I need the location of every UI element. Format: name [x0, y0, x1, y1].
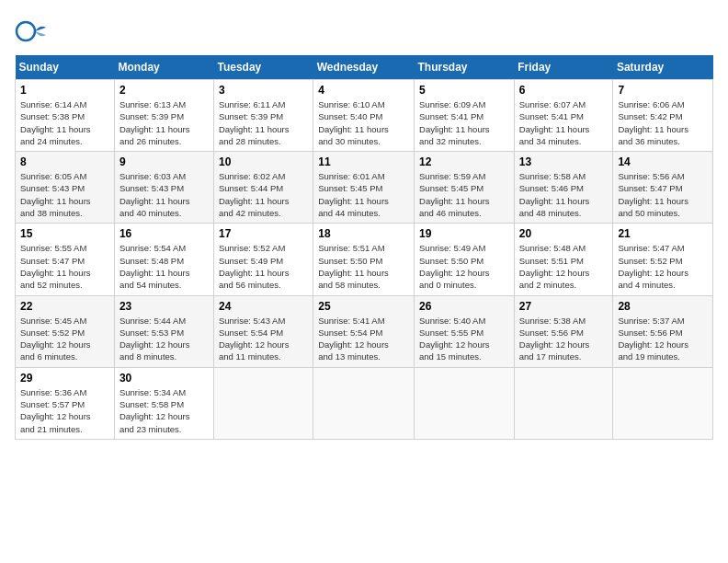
- day-cell-16: 16Sunrise: 5:54 AM Sunset: 5:48 PM Dayli…: [114, 224, 213, 295]
- day-cell-20: 20Sunrise: 5:48 AM Sunset: 5:51 PM Dayli…: [514, 224, 613, 295]
- day-info: Sunrise: 5:36 AM Sunset: 5:57 PM Dayligh…: [20, 386, 109, 435]
- day-info: Sunrise: 5:40 AM Sunset: 5:55 PM Dayligh…: [419, 315, 509, 363]
- day-number: 29: [20, 372, 109, 385]
- calendar-week-3: 15Sunrise: 5:55 AM Sunset: 5:47 PM Dayli…: [16, 224, 713, 295]
- day-cell-13: 13Sunrise: 5:58 AM Sunset: 5:46 PM Dayli…: [514, 152, 613, 224]
- day-cell-12: 12Sunrise: 5:59 AM Sunset: 5:45 PM Dayli…: [415, 152, 515, 224]
- day-number: 23: [119, 300, 209, 313]
- day-number: 16: [119, 227, 209, 240]
- day-cell-29: 29Sunrise: 5:36 AM Sunset: 5:57 PM Dayli…: [16, 367, 115, 439]
- day-cell-2: 2Sunrise: 6:13 AM Sunset: 5:39 PM Daylig…: [114, 80, 213, 152]
- day-info: Sunrise: 5:43 AM Sunset: 5:54 PM Dayligh…: [219, 315, 308, 363]
- header-thursday: Thursday: [415, 55, 515, 80]
- day-cell-18: 18Sunrise: 5:51 AM Sunset: 5:50 PM Dayli…: [313, 224, 415, 295]
- day-number: 13: [519, 155, 609, 168]
- day-cell-19: 19Sunrise: 5:49 AM Sunset: 5:50 PM Dayli…: [415, 224, 515, 295]
- day-cell-10: 10Sunrise: 6:02 AM Sunset: 5:44 PM Dayli…: [213, 152, 313, 224]
- day-number: 28: [618, 300, 708, 313]
- day-info: Sunrise: 5:54 AM Sunset: 5:48 PM Dayligh…: [119, 242, 209, 291]
- empty-cell: [514, 367, 613, 439]
- day-number: 24: [219, 300, 308, 313]
- day-number: 21: [618, 227, 708, 240]
- day-number: 20: [519, 227, 609, 240]
- day-info: Sunrise: 5:41 AM Sunset: 5:54 PM Dayligh…: [318, 315, 409, 363]
- calendar-table: SundayMondayTuesdayWednesdayThursdayFrid…: [15, 55, 713, 440]
- day-number: 2: [119, 84, 209, 97]
- day-cell-8: 8Sunrise: 6:05 AM Sunset: 5:43 PM Daylig…: [16, 152, 115, 224]
- day-info: Sunrise: 6:10 AM Sunset: 5:40 PM Dayligh…: [318, 98, 409, 147]
- day-info: Sunrise: 5:34 AM Sunset: 5:58 PM Dayligh…: [119, 386, 209, 435]
- day-info: Sunrise: 5:44 AM Sunset: 5:53 PM Dayligh…: [119, 315, 209, 363]
- header-saturday: Saturday: [613, 55, 713, 80]
- day-cell-23: 23Sunrise: 5:44 AM Sunset: 5:53 PM Dayli…: [114, 295, 213, 367]
- day-number: 11: [318, 155, 409, 168]
- day-cell-28: 28Sunrise: 5:37 AM Sunset: 5:56 PM Dayli…: [613, 295, 713, 367]
- day-cell-1: 1Sunrise: 6:14 AM Sunset: 5:38 PM Daylig…: [16, 80, 115, 152]
- day-number: 7: [618, 84, 708, 97]
- day-info: Sunrise: 6:02 AM Sunset: 5:44 PM Dayligh…: [219, 170, 308, 219]
- day-number: 19: [419, 227, 509, 240]
- day-info: Sunrise: 5:47 AM Sunset: 5:52 PM Dayligh…: [618, 242, 708, 291]
- day-cell-24: 24Sunrise: 5:43 AM Sunset: 5:54 PM Dayli…: [213, 295, 313, 367]
- day-cell-25: 25Sunrise: 5:41 AM Sunset: 5:54 PM Dayli…: [313, 295, 415, 367]
- day-cell-26: 26Sunrise: 5:40 AM Sunset: 5:55 PM Dayli…: [415, 295, 515, 367]
- day-info: Sunrise: 5:38 AM Sunset: 5:56 PM Dayligh…: [519, 315, 609, 363]
- day-info: Sunrise: 5:51 AM Sunset: 5:50 PM Dayligh…: [318, 242, 409, 291]
- empty-cell: [213, 367, 313, 439]
- day-info: Sunrise: 6:03 AM Sunset: 5:43 PM Dayligh…: [119, 170, 209, 219]
- day-info: Sunrise: 6:07 AM Sunset: 5:41 PM Dayligh…: [519, 98, 609, 147]
- empty-cell: [415, 367, 515, 439]
- day-cell-27: 27Sunrise: 5:38 AM Sunset: 5:56 PM Dayli…: [514, 295, 613, 367]
- day-info: Sunrise: 5:49 AM Sunset: 5:50 PM Dayligh…: [419, 242, 509, 291]
- day-cell-21: 21Sunrise: 5:47 AM Sunset: 5:52 PM Dayli…: [613, 224, 713, 295]
- day-cell-11: 11Sunrise: 6:01 AM Sunset: 5:45 PM Dayli…: [313, 152, 415, 224]
- day-info: Sunrise: 5:37 AM Sunset: 5:56 PM Dayligh…: [618, 315, 708, 363]
- day-info: Sunrise: 5:59 AM Sunset: 5:45 PM Dayligh…: [419, 170, 509, 219]
- calendar-week-4: 22Sunrise: 5:45 AM Sunset: 5:52 PM Dayli…: [16, 295, 713, 367]
- day-cell-17: 17Sunrise: 5:52 AM Sunset: 5:49 PM Dayli…: [213, 224, 313, 295]
- header-friday: Friday: [514, 55, 613, 80]
- calendar-week-1: 1Sunrise: 6:14 AM Sunset: 5:38 PM Daylig…: [16, 80, 713, 152]
- header-wednesday: Wednesday: [313, 55, 415, 80]
- day-number: 18: [318, 227, 409, 240]
- day-number: 1: [20, 84, 109, 97]
- day-number: 22: [20, 300, 109, 313]
- day-cell-22: 22Sunrise: 5:45 AM Sunset: 5:52 PM Dayli…: [16, 295, 115, 367]
- day-cell-3: 3Sunrise: 6:11 AM Sunset: 5:39 PM Daylig…: [213, 80, 313, 152]
- day-number: 6: [519, 84, 609, 97]
- day-info: Sunrise: 6:14 AM Sunset: 5:38 PM Dayligh…: [20, 98, 109, 147]
- day-cell-30: 30Sunrise: 5:34 AM Sunset: 5:58 PM Dayli…: [114, 367, 213, 439]
- day-number: 14: [618, 155, 708, 168]
- day-cell-14: 14Sunrise: 5:56 AM Sunset: 5:47 PM Dayli…: [613, 152, 713, 224]
- day-info: Sunrise: 6:11 AM Sunset: 5:39 PM Dayligh…: [219, 98, 308, 147]
- day-cell-15: 15Sunrise: 5:55 AM Sunset: 5:47 PM Dayli…: [16, 224, 115, 295]
- day-cell-4: 4Sunrise: 6:10 AM Sunset: 5:40 PM Daylig…: [313, 80, 415, 152]
- header-sunday: Sunday: [16, 55, 115, 80]
- day-number: 25: [318, 300, 409, 313]
- day-cell-5: 5Sunrise: 6:09 AM Sunset: 5:41 PM Daylig…: [415, 80, 515, 152]
- day-info: Sunrise: 6:09 AM Sunset: 5:41 PM Dayligh…: [419, 98, 509, 147]
- day-number: 4: [318, 84, 409, 97]
- day-info: Sunrise: 5:55 AM Sunset: 5:47 PM Dayligh…: [20, 242, 109, 291]
- calendar-week-5: 29Sunrise: 5:36 AM Sunset: 5:57 PM Dayli…: [16, 367, 713, 439]
- calendar-header-row: SundayMondayTuesdayWednesdayThursdayFrid…: [16, 55, 713, 80]
- day-number: 15: [20, 227, 109, 240]
- empty-cell: [313, 367, 415, 439]
- day-info: Sunrise: 6:13 AM Sunset: 5:39 PM Dayligh…: [119, 98, 209, 147]
- day-info: Sunrise: 5:56 AM Sunset: 5:47 PM Dayligh…: [618, 170, 708, 219]
- header-monday: Monday: [114, 55, 213, 80]
- day-number: 5: [419, 84, 509, 97]
- day-number: 30: [119, 372, 209, 385]
- logo-icon: [15, 15, 48, 48]
- day-number: 26: [419, 300, 509, 313]
- empty-cell: [613, 367, 713, 439]
- logo: [15, 15, 51, 48]
- day-info: Sunrise: 6:06 AM Sunset: 5:42 PM Dayligh…: [618, 98, 708, 147]
- day-info: Sunrise: 5:45 AM Sunset: 5:52 PM Dayligh…: [20, 315, 109, 363]
- day-cell-9: 9Sunrise: 6:03 AM Sunset: 5:43 PM Daylig…: [114, 152, 213, 224]
- day-number: 12: [419, 155, 509, 168]
- day-info: Sunrise: 5:58 AM Sunset: 5:46 PM Dayligh…: [519, 170, 609, 219]
- header-tuesday: Tuesday: [213, 55, 313, 80]
- day-info: Sunrise: 5:52 AM Sunset: 5:49 PM Dayligh…: [219, 242, 308, 291]
- day-number: 8: [20, 155, 109, 168]
